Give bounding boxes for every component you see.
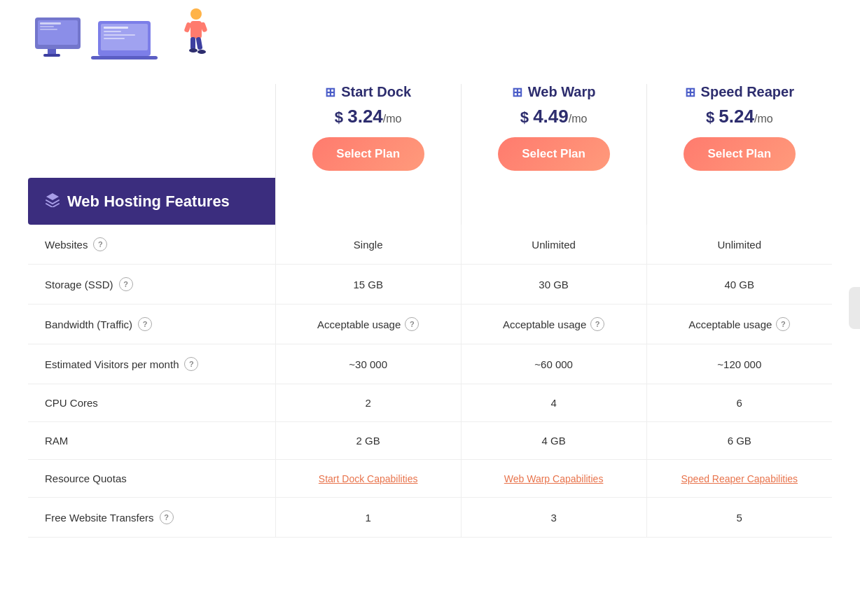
feature-value-2-0: Acceptable usage? [275, 304, 461, 344]
svg-point-14 [190, 8, 202, 20]
feature-label-text-4: CPU Cores [42, 397, 261, 409]
feature-section-header-cell: Web Hosting Features [28, 178, 275, 225]
feature-value-4-2: 6 [646, 384, 832, 422]
scrollbar-hint[interactable] [849, 287, 860, 329]
help-icon-7[interactable]: ? [160, 510, 174, 524]
feature-value-6-2: Speed Reaper Capabilities [646, 460, 832, 498]
plan-col-2-spacer [461, 178, 646, 225]
help-icon-val-2-0[interactable]: ? [405, 317, 419, 331]
feature-label-1: Storage (SSD)? [28, 265, 275, 304]
feature-value-0-1: Unlimited [461, 225, 646, 265]
feature-label-text-2: Bandwidth (Traffic)? [42, 317, 261, 331]
feature-label-text-5: RAM [42, 435, 261, 447]
select-plan-button-speed-reaper[interactable]: Select Plan [684, 137, 796, 171]
help-icon-0[interactable]: ? [93, 237, 107, 251]
feature-value-1-1: 30 GB [461, 265, 646, 304]
plan-headers-row: ⊞ Start Dock $ 3.24/mo Select Plan ⊞ [28, 84, 832, 178]
feature-value-5-1: 4 GB [461, 422, 646, 460]
svg-rect-16 [190, 37, 195, 50]
feature-value-6-0: Start Dock Capabilities [275, 460, 461, 498]
help-icon-3[interactable]: ? [184, 357, 198, 371]
help-icon-2[interactable]: ? [138, 317, 152, 331]
plan-header-speed-reaper: ⊞ Speed Reaper $ 5.24/mo Select Plan [646, 84, 832, 178]
feature-label-text-7: Free Website Transfers? [42, 510, 261, 524]
feature-section-title-row: Web Hosting Features [28, 178, 832, 225]
capabilities-link-6-0[interactable]: Start Dock Capabilities [319, 473, 418, 484]
svg-rect-4 [40, 22, 61, 24]
plan-name-speed-reaper: ⊞ Speed Reaper [647, 84, 832, 100]
layers-icon-start-dock: ⊞ [325, 85, 335, 100]
feature-value-7-2: 5 [646, 498, 832, 538]
svg-point-20 [189, 48, 197, 52]
svg-rect-2 [48, 49, 56, 55]
feature-value-2-1: Acceptable usage? [461, 304, 646, 344]
feature-value-1-0: 15 GB [275, 265, 461, 304]
table-row: Estimated Visitors per month?~30 000~60 … [28, 344, 832, 384]
plan-price-speed-reaper: $ 5.24/mo [647, 106, 832, 127]
plan-name-web-warp: ⊞ Web Warp [462, 84, 646, 100]
plan-header-web-warp: ⊞ Web Warp $ 4.49/mo Select Plan [461, 84, 646, 178]
feature-label-text-6: Resource Quotas [42, 472, 261, 484]
feature-value-6-1: Web Warp Capabilities [461, 460, 646, 498]
feature-label-3: Estimated Visitors per month? [28, 344, 275, 384]
feature-label-6: Resource Quotas [28, 460, 275, 498]
feature-value-7-1: 3 [461, 498, 646, 538]
table-row: RAM2 GB4 GB6 GB [28, 422, 832, 460]
section-layers-icon [45, 192, 60, 211]
help-icon-val-2-2[interactable]: ? [776, 317, 790, 331]
svg-rect-12 [104, 34, 135, 36]
feature-label-7: Free Website Transfers? [28, 498, 275, 538]
table-row: Bandwidth (Traffic)?Acceptable usage?Acc… [28, 304, 832, 344]
plan-name-start-dock: ⊞ Start Dock [276, 84, 461, 100]
svg-rect-15 [190, 21, 202, 38]
feature-label-text-1: Storage (SSD)? [42, 277, 261, 291]
layers-icon-speed-reaper: ⊞ [685, 85, 695, 100]
features-tbody: Websites?SingleUnlimitedUnlimitedStorage… [28, 225, 832, 538]
feature-value-4-0: 2 [275, 384, 461, 422]
feature-header-cell: Web Hosting Features [28, 178, 275, 225]
feature-value-1-2: 40 GB [646, 265, 832, 304]
feature-value-4-1: 4 [461, 384, 646, 422]
feature-header-inner: Web Hosting Features [45, 192, 258, 211]
feature-value-7-0: 1 [275, 498, 461, 538]
svg-point-21 [197, 50, 206, 54]
help-icon-val-2-1[interactable]: ? [590, 317, 604, 331]
feature-label-text-3: Estimated Visitors per month? [42, 357, 261, 371]
table-row: Free Website Transfers?135 [28, 498, 832, 538]
feature-value-3-0: ~30 000 [275, 344, 461, 384]
svg-rect-5 [40, 26, 54, 27]
select-plan-button-web-warp[interactable]: Select Plan [498, 137, 610, 171]
feature-label-0: Websites? [28, 225, 275, 265]
hero-illustration [28, 7, 245, 70]
feature-value-2-2: Acceptable usage? [646, 304, 832, 344]
svg-rect-13 [104, 38, 125, 39]
feature-value-5-2: 6 GB [646, 422, 832, 460]
select-plan-button-start-dock[interactable]: Select Plan [312, 137, 424, 171]
feature-label-5: RAM [28, 422, 275, 460]
feature-label-2: Bandwidth (Traffic)? [28, 304, 275, 344]
svg-rect-10 [104, 27, 128, 29]
feature-label-text-0: Websites? [42, 237, 261, 251]
feature-value-0-0: Single [275, 225, 461, 265]
feature-value-0-2: Unlimited [646, 225, 832, 265]
feature-value-3-2: ~120 000 [646, 344, 832, 384]
pricing-table: ⊞ Start Dock $ 3.24/mo Select Plan ⊞ [28, 84, 832, 538]
feature-label-4: CPU Cores [28, 384, 275, 422]
table-row: Websites?SingleUnlimitedUnlimited [28, 225, 832, 265]
capabilities-link-6-1[interactable]: Web Warp Capabilities [504, 473, 604, 484]
help-icon-1[interactable]: ? [119, 277, 133, 291]
feature-column-header [28, 84, 275, 178]
table-row: CPU Cores246 [28, 384, 832, 422]
plan-header-start-dock: ⊞ Start Dock $ 3.24/mo Select Plan [275, 84, 461, 178]
plan-col-3-spacer [646, 178, 832, 225]
capabilities-link-6-2[interactable]: Speed Reaper Capabilities [681, 473, 798, 484]
plan-price-start-dock: $ 3.24/mo [276, 106, 461, 127]
plan-price-web-warp: $ 4.49/mo [462, 106, 646, 127]
hero-area [0, 0, 860, 84]
svg-rect-11 [104, 31, 121, 32]
layers-icon-web-warp: ⊞ [512, 85, 522, 100]
table-row: Storage (SSD)?15 GB30 GB40 GB [28, 265, 832, 304]
feature-value-5-0: 2 GB [275, 422, 461, 460]
plan-col-1-spacer [275, 178, 461, 225]
page-wrapper: ⊞ Start Dock $ 3.24/mo Select Plan ⊞ [0, 0, 860, 566]
